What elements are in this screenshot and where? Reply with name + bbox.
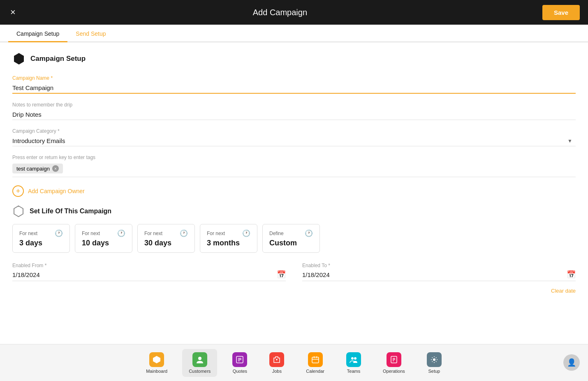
notes-label: Notes to remember the drip: [12, 102, 576, 108]
save-button[interactable]: Save: [542, 5, 580, 20]
category-select[interactable]: Introductory Emails: [12, 136, 576, 146]
campaign-name-group: Campaign Name *: [12, 75, 576, 94]
tags-group: Press enter or return key to enter tags …: [12, 155, 576, 177]
clock-icon: 🕐: [117, 229, 125, 237]
section-header: Campaign Setup: [12, 52, 576, 65]
clock-icon: 🕐: [55, 229, 63, 237]
add-campaign-owner[interactable]: + Add Campaign Owner: [12, 185, 576, 197]
svg-marker-1: [14, 206, 23, 217]
app-header: × Add Campaign Save: [0, 0, 588, 25]
svg-point-6: [351, 357, 354, 360]
main-content: Campaign Setup Campaign Name * Notes to …: [0, 42, 588, 344]
jobs-icon: [269, 352, 284, 367]
campaign-icon: [12, 52, 25, 65]
duration-card-30days[interactable]: For next 🕐 30 days: [137, 224, 195, 253]
clock-icon: 🕐: [242, 229, 250, 237]
tags-label: Press enter or return key to enter tags: [12, 155, 576, 160]
bottom-navigation: Mainboard Customers Quotes Jobs Calendar: [0, 344, 588, 381]
tag-item: test campaign ×: [12, 164, 63, 173]
life-section: Set Life Of This Campaign For next 🕐 3 d…: [12, 205, 576, 294]
nav-item-quotes[interactable]: Quotes: [225, 349, 254, 377]
customers-icon: [192, 352, 207, 367]
duration-bottom-label: 10 days: [82, 239, 125, 247]
tag-label: test campaign: [16, 166, 50, 172]
nav-item-teams[interactable]: Teams: [339, 349, 368, 377]
nav-item-setup[interactable]: Setup: [420, 349, 449, 377]
duration-top-label: Define 🕐: [269, 229, 313, 237]
svg-point-9: [433, 358, 435, 361]
calendar-icon-from[interactable]: 📅: [277, 270, 286, 279]
setup-label: Setup: [428, 369, 440, 374]
nav-item-mainboard[interactable]: Mainboard: [139, 349, 174, 377]
tag-remove-button[interactable]: ×: [52, 165, 59, 172]
duration-card-3days[interactable]: For next 🕐 3 days: [12, 224, 70, 253]
enabled-to-value: 1/18/2024: [302, 271, 567, 278]
calendar-icon-nav: [308, 352, 323, 367]
quotes-label: Quotes: [233, 369, 247, 374]
svg-marker-2: [153, 356, 160, 363]
svg-rect-5: [312, 357, 319, 363]
duration-bottom-label: 30 days: [144, 239, 188, 247]
tab-send-setup[interactable]: Send Setup: [67, 25, 114, 42]
life-section-title: Set Life Of This Campaign: [30, 208, 111, 215]
mainboard-label: Mainboard: [146, 369, 167, 374]
duration-cards: For next 🕐 3 days For next 🕐 10 days For…: [12, 224, 576, 253]
add-owner-label: Add Campaign Owner: [28, 188, 85, 194]
duration-top-label: For next 🕐: [82, 229, 125, 237]
duration-top-label: For next 🕐: [19, 229, 63, 237]
nav-item-customers[interactable]: Customers: [182, 349, 217, 377]
duration-bottom-label: 3 months: [207, 239, 250, 247]
nav-item-operations[interactable]: Operations: [376, 349, 412, 377]
life-header: Set Life Of This Campaign: [12, 205, 576, 217]
life-section-icon: [12, 205, 25, 217]
category-group: Campaign Category * Introductory Emails: [12, 128, 576, 146]
section-title: Campaign Setup: [30, 55, 86, 63]
enabled-from-value: 1/18/2024: [12, 271, 277, 278]
tab-campaign-setup[interactable]: Campaign Setup: [8, 25, 67, 42]
operations-icon: [387, 352, 401, 367]
calendar-icon-to[interactable]: 📅: [567, 270, 576, 279]
mainboard-icon: [149, 352, 164, 367]
category-select-wrapper: Introductory Emails: [12, 136, 576, 146]
tab-bar: Campaign Setup Send Setup: [0, 25, 588, 42]
nav-item-calendar[interactable]: Calendar: [299, 349, 331, 377]
user-avatar[interactable]: 👤: [563, 354, 580, 371]
notes-input[interactable]: [12, 109, 576, 120]
teams-label: Teams: [347, 369, 360, 374]
enabled-to-label: Enabled To *: [302, 263, 576, 268]
enabled-to-group: Enabled To * 1/18/2024 📅: [302, 263, 576, 281]
enabled-to-field: 1/18/2024 📅: [302, 270, 576, 281]
duration-top-label: For next 🕐: [207, 229, 250, 237]
quotes-icon: [232, 352, 247, 367]
notes-group: Notes to remember the drip: [12, 102, 576, 120]
duration-top-label: For next 🕐: [144, 229, 188, 237]
category-label: Campaign Category *: [12, 128, 576, 134]
customers-label: Customers: [189, 369, 211, 374]
duration-card-3months[interactable]: For next 🕐 3 months: [200, 224, 257, 253]
date-row: Enabled From * 1/18/2024 📅 Enabled To * …: [12, 263, 576, 281]
operations-label: Operations: [383, 369, 405, 374]
svg-point-7: [354, 357, 357, 360]
clear-date-button[interactable]: Clear date: [12, 288, 576, 294]
setup-icon: [427, 352, 442, 367]
duration-card-10days[interactable]: For next 🕐 10 days: [75, 224, 132, 253]
nav-item-jobs[interactable]: Jobs: [262, 349, 291, 377]
tags-container: test campaign ×: [12, 164, 576, 177]
campaign-name-input[interactable]: [12, 83, 576, 94]
jobs-label: Jobs: [272, 369, 282, 374]
campaign-name-label: Campaign Name *: [12, 75, 576, 81]
close-button[interactable]: ×: [8, 5, 18, 20]
duration-card-custom[interactable]: Define 🕐 Custom: [262, 224, 320, 253]
calendar-label: Calendar: [306, 369, 324, 374]
clock-icon: 🕐: [180, 229, 188, 237]
clock-icon: 🕐: [305, 229, 313, 237]
nav-items: Mainboard Customers Quotes Jobs Calendar: [139, 349, 449, 377]
duration-bottom-label: Custom: [269, 239, 313, 247]
enabled-from-label: Enabled From *: [12, 263, 286, 268]
page-title: Add Campaign: [253, 8, 307, 17]
enabled-from-field: 1/18/2024 📅: [12, 270, 286, 281]
duration-bottom-label: 3 days: [19, 239, 63, 247]
svg-marker-0: [14, 53, 24, 65]
svg-point-3: [198, 357, 201, 360]
add-owner-icon: +: [12, 185, 24, 197]
